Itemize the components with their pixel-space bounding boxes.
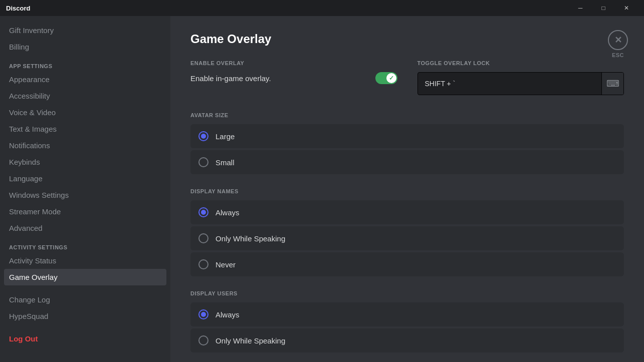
- keyboard-icon: ⌨: [606, 78, 619, 89]
- keybind-keyboard-button[interactable]: ⌨: [601, 73, 623, 95]
- avatar-size-section: AVATAR SIZE Large Small: [190, 112, 624, 174]
- sidebar-item-appearance[interactable]: Appearance: [4, 71, 166, 88]
- avatar-size-large-option[interactable]: Large: [190, 124, 624, 148]
- sidebar-item-label: Accessibility: [9, 92, 50, 100]
- avatar-size-small-option[interactable]: Small: [190, 150, 624, 174]
- close-panel-label: ESC: [612, 52, 624, 58]
- radio-users-speaking-outer: [198, 335, 208, 345]
- display-users-label: DISPLAY USERS: [190, 290, 624, 296]
- sidebar-item-label: Streamer Mode: [9, 207, 61, 216]
- keybind-input-wrapper: SHIFT + ` ⌨: [417, 72, 624, 95]
- minimize-button[interactable]: ─: [569, 0, 592, 16]
- display-names-section: DISPLAY NAMES Always Only While Speaking…: [190, 188, 624, 276]
- enable-overlay-label: Enable in-game overlay.: [190, 74, 271, 83]
- display-users-always-option[interactable]: Always: [190, 302, 624, 326]
- avatar-size-label: AVATAR SIZE: [190, 112, 624, 118]
- sidebar-item-billing[interactable]: Billing: [4, 39, 166, 55]
- sidebar-item-label: Billing: [9, 43, 29, 51]
- sidebar-item-gift-inventory[interactable]: Gift Inventory: [4, 22, 166, 39]
- display-users-speaking-label: Only While Speaking: [216, 336, 285, 345]
- sidebar-item-label: Language: [9, 174, 43, 183]
- display-users-speaking-option[interactable]: Only While Speaking: [190, 328, 624, 352]
- display-users-section: DISPLAY USERS Always Only While Speaking: [190, 290, 624, 352]
- sidebar-item-accessibility[interactable]: Accessibility: [4, 88, 166, 104]
- avatar-size-small-label: Small: [216, 158, 235, 167]
- keybind-value: SHIFT + `: [418, 75, 602, 93]
- close-panel-button[interactable]: ✕ ESC: [608, 30, 628, 58]
- radio-names-speaking-outer: [198, 233, 208, 243]
- sidebar-item-hypesquad[interactable]: HypeSquad: [4, 308, 166, 324]
- page-title: Game Overlay: [190, 32, 624, 46]
- radio-small-outer: [198, 157, 208, 167]
- display-users-always-label: Always: [216, 310, 240, 319]
- sidebar-item-label: HypeSquad: [9, 312, 48, 320]
- overlay-top-row: ENABLE OVERLAY Enable in-game overlay. ✓…: [190, 60, 624, 98]
- sidebar-item-keybinds[interactable]: Keybinds: [4, 154, 166, 170]
- sidebar-item-label: Keybinds: [9, 158, 40, 166]
- display-names-speaking-label: Only While Speaking: [216, 234, 285, 243]
- sidebar-item-label: Change Log: [9, 295, 50, 304]
- activity-settings-section-label: ACTIVITY SETTINGS: [4, 236, 166, 252]
- radio-large-inner: [201, 134, 206, 139]
- toggle-overlay-lock-label: TOGGLE OVERLAY LOCK: [417, 60, 624, 66]
- titlebar: Discord ─ □ ✕: [0, 0, 644, 16]
- sidebar-item-windows-settings[interactable]: Windows Settings: [4, 187, 166, 203]
- sidebar-item-label: Game Overlay: [9, 273, 58, 281]
- radio-names-always-outer: [198, 207, 208, 217]
- sidebar-item-notifications[interactable]: Notifications: [4, 137, 166, 154]
- radio-names-never-outer: [198, 259, 208, 269]
- sidebar-item-label: Windows Settings: [9, 191, 69, 199]
- sidebar: Gift Inventory Billing APP SETTINGS Appe…: [0, 16, 170, 362]
- radio-users-always-inner: [201, 312, 206, 317]
- maximize-button[interactable]: □: [592, 0, 615, 16]
- sidebar-item-label: Text & Images: [9, 125, 57, 133]
- sidebar-item-label: Activity Status: [9, 256, 56, 265]
- display-names-always-option[interactable]: Always: [190, 200, 624, 224]
- toggle-overlay-lock-group: TOGGLE OVERLAY LOCK SHIFT + ` ⌨: [417, 60, 624, 95]
- toggle-check-icon: ✓: [389, 75, 394, 82]
- radio-large-outer: [198, 131, 208, 141]
- sidebar-item-game-overlay[interactable]: Game Overlay: [4, 269, 166, 285]
- display-names-always-label: Always: [216, 208, 240, 217]
- radio-names-always-inner: [201, 210, 206, 215]
- sidebar-item-label: Notifications: [9, 141, 50, 150]
- main-panel: ✕ ESC Game Overlay ENABLE OVERLAY Enable…: [170, 16, 644, 362]
- sidebar-item-voice-video[interactable]: Voice & Video: [4, 104, 166, 121]
- radio-users-always-outer: [198, 309, 208, 319]
- display-names-never-label: Never: [216, 260, 236, 269]
- enable-overlay-group: ENABLE OVERLAY Enable in-game overlay. ✓: [190, 60, 397, 98]
- window-controls: ─ □ ✕: [569, 0, 638, 16]
- sidebar-item-label: Appearance: [9, 75, 50, 84]
- sidebar-item-label: Voice & Video: [9, 108, 56, 117]
- display-names-speaking-option[interactable]: Only While Speaking: [190, 226, 624, 250]
- sidebar-item-text-images[interactable]: Text & Images: [4, 121, 166, 137]
- sidebar-item-label: Advanced: [9, 224, 43, 232]
- display-names-label: DISPLAY NAMES: [190, 188, 624, 194]
- close-button[interactable]: ✕: [615, 0, 638, 16]
- close-circle-icon: ✕: [608, 30, 628, 50]
- sidebar-item-label: Gift Inventory: [9, 26, 54, 35]
- sidebar-item-advanced[interactable]: Advanced: [4, 220, 166, 236]
- enable-overlay-section-label: ENABLE OVERLAY: [190, 60, 397, 66]
- app-body: Gift Inventory Billing APP SETTINGS Appe…: [0, 16, 644, 362]
- display-names-never-option[interactable]: Never: [190, 252, 624, 276]
- sidebar-item-language[interactable]: Language: [4, 170, 166, 187]
- logout-button[interactable]: Log Out: [4, 330, 166, 347]
- toggle-knob: ✓: [386, 73, 396, 83]
- sidebar-item-activity-status[interactable]: Activity Status: [4, 252, 166, 269]
- avatar-size-large-label: Large: [216, 132, 235, 141]
- logout-label: Log Out: [9, 334, 38, 343]
- enable-overlay-toggle[interactable]: ✓: [375, 72, 397, 84]
- enable-overlay-row: Enable in-game overlay. ✓: [190, 72, 397, 84]
- app-settings-section-label: APP SETTINGS: [4, 55, 166, 71]
- sidebar-item-streamer-mode[interactable]: Streamer Mode: [4, 203, 166, 220]
- sidebar-item-change-log[interactable]: Change Log: [4, 291, 166, 308]
- app-title: Discord: [6, 5, 569, 12]
